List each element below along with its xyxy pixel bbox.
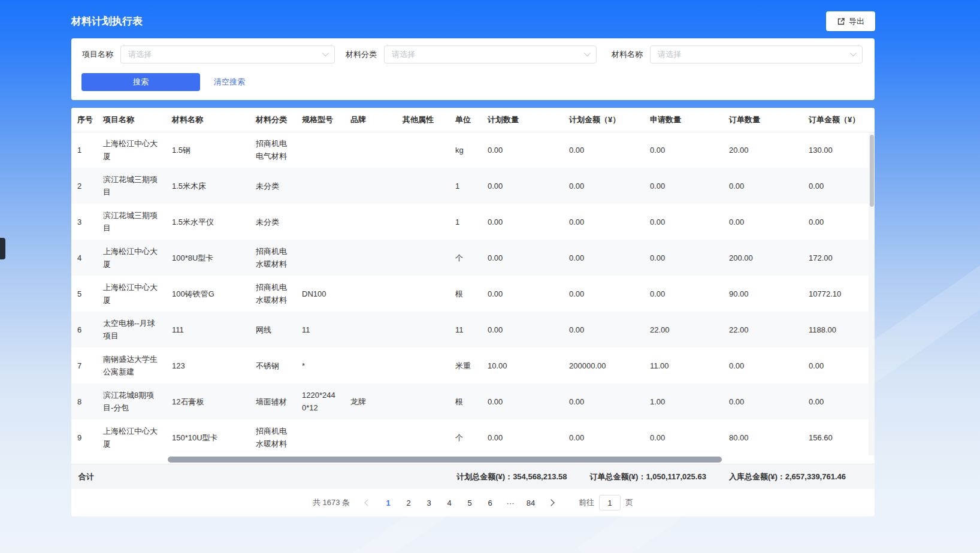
page-number-84[interactable]: 84 <box>522 494 539 511</box>
cell-order-amount: 0.00 <box>803 383 875 419</box>
cell-brand: 龙牌 <box>344 383 397 419</box>
summary-bar: 合计 计划总金额(¥)：354,568,213.58 订单总金额(¥)：1,05… <box>71 464 875 489</box>
cell-planned-qty: 0.00 <box>482 204 563 240</box>
cell-applied-qty: 0.00 <box>644 132 723 168</box>
cell-index: 9 <box>71 419 97 455</box>
cell-order-qty: 0.00 <box>723 347 803 383</box>
clear-search-link[interactable]: 清空搜索 <box>214 73 245 91</box>
cell-order-qty: 0.00 <box>723 204 803 240</box>
goto-page-group: 前往 页 <box>579 495 633 510</box>
cell-project-name: 上海松江中心大厦 <box>97 240 166 276</box>
cell-project-name: 上海松江中心大厦 <box>97 132 166 168</box>
material-name-select[interactable]: 请选择 <box>650 46 863 64</box>
prev-page-button[interactable] <box>359 494 376 511</box>
cell-brand <box>344 240 397 276</box>
cell-project-name: 太空电梯--月球项目 <box>97 312 166 347</box>
export-button[interactable]: 导出 <box>826 11 875 31</box>
page-number-6[interactable]: 6 <box>482 494 498 511</box>
cell-brand <box>344 312 397 347</box>
cell-planned-amount: 0.00 <box>563 204 644 240</box>
material-category-select[interactable]: 请选择 <box>384 46 597 64</box>
cell-unit: 个 <box>449 419 482 455</box>
cell-project-name: 滨江花城三期项目 <box>97 168 166 204</box>
goto-label: 前往 <box>579 497 594 508</box>
column-header: 订单金额（¥） <box>803 108 875 132</box>
goto-page-input[interactable] <box>599 495 621 510</box>
cell-planned-amount: 0.00 <box>563 240 644 276</box>
order-total: 订单总金额(¥)：1,050,117,025.63 <box>590 472 706 482</box>
cell-material-category: 网线 <box>250 312 296 347</box>
page-number-1[interactable]: 1 <box>380 494 397 511</box>
page-number-4[interactable]: 4 <box>441 494 458 511</box>
material-select-placeholder: 请选择 <box>658 49 681 60</box>
cell-order-amount: 10772.10 <box>803 276 875 312</box>
cell-other-attrs <box>397 419 449 455</box>
chevron-right-icon <box>548 499 554 506</box>
cell-other-attrs <box>397 240 449 276</box>
column-header: 其他属性 <box>397 108 449 132</box>
cell-project-name: 上海松江中心大厦 <box>97 276 166 312</box>
cell-planned-amount: 200000.00 <box>563 347 644 383</box>
chevron-down-icon <box>584 50 591 56</box>
project-name-select[interactable]: 请选择 <box>120 46 335 64</box>
cell-spec: DN100 <box>296 276 344 312</box>
cell-spec <box>296 132 344 168</box>
column-header: 订单数量 <box>723 108 803 132</box>
column-header: 品牌 <box>344 108 397 132</box>
table-row: 5 上海松江中心大厦 100铸铁管G 招商机电水暖材料 DN100 根 0.00… <box>71 276 875 312</box>
page-number-5[interactable]: 5 <box>461 494 478 511</box>
search-button[interactable]: 搜索 <box>81 73 200 91</box>
cell-project-name: 南钢盛达大学生公寓新建 <box>97 347 166 383</box>
cell-unit: 米重 <box>449 347 482 383</box>
cell-planned-qty: 0.00 <box>482 312 563 347</box>
next-page-button[interactable] <box>543 494 559 511</box>
export-label: 导出 <box>849 16 864 27</box>
column-header: 规格型号 <box>296 108 344 132</box>
cell-spec: * <box>296 347 344 383</box>
cell-planned-qty: 0.00 <box>482 419 563 455</box>
cell-planned-amount: 0.00 <box>563 276 644 312</box>
more-pages-ellipsis[interactable]: ··· <box>502 494 519 511</box>
drawer-handle[interactable] <box>0 238 5 259</box>
cell-order-qty: 200.00 <box>723 240 803 276</box>
cell-unit: 1 <box>449 204 482 240</box>
cell-spec <box>296 419 344 455</box>
horizontal-scrollbar-thumb[interactable] <box>168 457 722 463</box>
filter-panel: 项目名称 请选择 材料分类 请选择 材料名称 请选择 搜索 清空搜索 <box>71 38 875 100</box>
cell-planned-amount: 0.00 <box>563 168 644 204</box>
cell-applied-qty: 22.00 <box>644 312 723 347</box>
cell-planned-amount: 0.00 <box>563 312 644 347</box>
chevron-down-icon <box>850 50 857 56</box>
cell-material-category: 不锈钢 <box>250 347 296 383</box>
cell-index: 1 <box>71 132 97 168</box>
cell-applied-qty: 0.00 <box>644 168 723 204</box>
page-number-3[interactable]: 3 <box>421 494 437 511</box>
cell-planned-amount: 0.00 <box>563 132 644 168</box>
column-header: 单位 <box>449 108 482 132</box>
cell-material-category: 未分类 <box>250 168 296 204</box>
page-number-2[interactable]: 2 <box>400 494 417 511</box>
cell-planned-qty: 0.00 <box>482 240 563 276</box>
cell-material-name: 1.5钢 <box>166 132 250 168</box>
column-header: 申请数量 <box>644 108 723 132</box>
cell-project-name: 上海松江中心大厦 <box>97 419 166 455</box>
vertical-scrollbar-thumb[interactable] <box>870 135 874 207</box>
cell-order-qty: 0.00 <box>723 383 803 419</box>
cell-order-amount: 1188.00 <box>803 312 875 347</box>
summary-items: 计划总金额(¥)：354,568,213.58 订单总金额(¥)：1,050,1… <box>456 472 846 482</box>
cell-material-category: 墙面辅材 <box>250 383 296 419</box>
cell-order-qty: 80.00 <box>723 419 803 455</box>
cell-brand <box>344 347 397 383</box>
table-row: 3 滨江花城三期项目 1.5米水平仪 未分类 1 0.00 0.00 0.00 … <box>71 204 875 240</box>
cell-other-attrs <box>397 132 449 168</box>
cell-planned-amount: 0.00 <box>563 383 644 419</box>
cell-material-name: 1.5米水平仪 <box>166 204 250 240</box>
cell-material-name: 100铸铁管G <box>166 276 250 312</box>
table-row: 6 太空电梯--月球项目 111 网线 11 11 0.00 0.00 22.0… <box>71 312 875 347</box>
cell-material-category: 招商机电水暖材料 <box>250 240 296 276</box>
cell-material-category: 招商机电水暖材料 <box>250 419 296 455</box>
cell-unit: 根 <box>449 383 482 419</box>
cell-brand <box>344 276 397 312</box>
cell-other-attrs <box>397 347 449 383</box>
page-root: 材料计划执行表 导出 项目名称 请选择 材料分类 请选择 <box>0 0 980 553</box>
